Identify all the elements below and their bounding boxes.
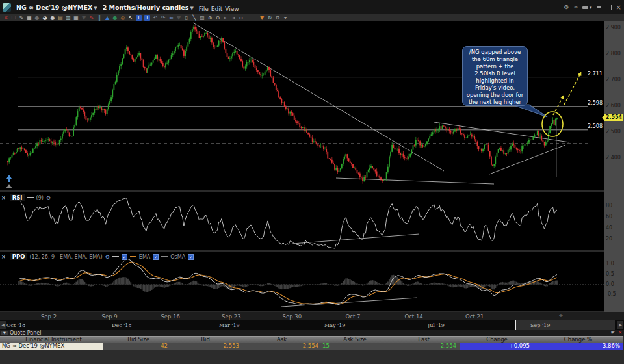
triangle-tool-icon[interactable]: ▲: [103, 15, 111, 21]
wrench-icon[interactable]: ⚙: [274, 15, 281, 21]
timeline-label: Sep '19: [530, 322, 550, 328]
tools-dropdown-icon[interactable]: ▾: [281, 15, 289, 21]
timeframe-selector[interactable]: 2 Months/Hourly candles▼: [103, 4, 194, 11]
price-tick: 2.800: [606, 51, 621, 57]
menu-file[interactable]: File: [199, 6, 209, 12]
link-icon[interactable]: ∞: [573, 5, 578, 10]
maximize-button[interactable]: [606, 5, 612, 10]
wrench-icon[interactable]: ⚙: [105, 254, 110, 260]
trading-app-window: NG ∞ Dec'19 @NYMEX▼ 2 Months/Hourly cand…: [0, 0, 624, 364]
scroll-right-button[interactable]: ▶: [618, 321, 623, 329]
timeline-scrollbar[interactable]: ◀ ▶ Oct '18Dec '18Mar '19May '19Jul '19S…: [0, 320, 624, 330]
image-icon[interactable]: ▥: [64, 15, 72, 21]
close-icon[interactable]: ×: [1, 195, 6, 201]
annotation-line: the next leg higher: [463, 99, 527, 106]
quote-column-header[interactable]: Bid Size: [127, 337, 150, 343]
close-icon[interactable]: ✕: [618, 330, 622, 336]
timeline-label: Dec '18: [112, 322, 132, 328]
price-axis[interactable]: 2.554 2.9002.8002.7002.6002.5002.4008060…: [604, 21, 624, 312]
time-axis[interactable]: ✛ Sep 2Sep 9Sep 16Sep 23Sep 30Oct 7Oct 1…: [0, 312, 624, 320]
pan-left-icon[interactable]: ↞: [222, 15, 229, 21]
quote-bid-size: 42: [107, 343, 168, 350]
annotation-line: the 60m triangle: [463, 56, 527, 63]
pattern-fill-icon[interactable]: ▨: [198, 15, 206, 21]
annotation-line: /NG gapped above: [463, 49, 527, 56]
bar-type-icon[interactable]: ‖: [96, 15, 103, 21]
ppo-checkbox[interactable]: ✓: [122, 254, 127, 260]
redo-icon[interactable]: ↷: [159, 15, 167, 21]
folder-icon[interactable]: ▤: [57, 15, 64, 21]
annotation-line: opening the door for: [463, 92, 527, 99]
chevron-down-icon: ▼: [190, 6, 193, 11]
ppo-tick: -0.5: [606, 291, 616, 297]
quote-column-header[interactable]: Last: [418, 337, 430, 343]
gear-icon[interactable]: ⚙: [564, 4, 569, 10]
quote-column-header[interactable]: Change: [486, 337, 508, 343]
quote-row[interactable]: NG ∞ Dec'19 @NYMEX 42 2.553 2.554 15 2.5…: [0, 343, 623, 350]
trendline-tool-icon[interactable]: ╲: [190, 15, 198, 21]
symbol-label: NG ∞ Dec'19 @NYMEX: [16, 4, 92, 11]
arrow-dropdown-icon[interactable]: ▼: [175, 15, 183, 21]
style-dropdown-icon[interactable]: ▼: [80, 15, 88, 21]
quote-column-header[interactable]: Ask: [277, 337, 287, 343]
alert-icon[interactable]: ☛: [611, 330, 615, 336]
zoom-in-icon[interactable]: ⊕: [206, 15, 214, 21]
text-note-icon[interactable]: T: [136, 15, 142, 21]
expand-horizontal-icon[interactable]: ↔: [237, 15, 245, 21]
ema-line-sample: [130, 256, 136, 257]
bubble-tool-icon[interactable]: ●: [111, 15, 119, 21]
collapse-button[interactable]: ▼: [1, 331, 8, 335]
studies-flask-icon[interactable]: ▼: [258, 15, 266, 21]
panel-icon[interactable]: ▯: [183, 15, 190, 21]
last-price-tag: 2.554: [604, 114, 623, 121]
menu-bar: FileEditView: [199, 1, 242, 14]
scroll-left-button[interactable]: ◀: [0, 321, 6, 329]
close-button[interactable]: ×: [616, 4, 621, 11]
quote-instrument[interactable]: NG ∞ Dec'19 @NYMEX: [0, 343, 103, 350]
undo-icon[interactable]: ↶: [151, 15, 159, 21]
annotation-callout[interactable]: /NG gapped abovethe 60m trianglepattern …: [462, 46, 528, 106]
marquee-select-icon[interactable]: ☐: [10, 15, 18, 21]
ppo-tick: 0.5: [606, 271, 614, 277]
brush-icon[interactable]: ✎: [18, 15, 25, 21]
callout-arrow-icon[interactable]: ⇦: [167, 15, 175, 21]
close-icon[interactable]: ×: [1, 254, 6, 260]
app-icon: [3, 3, 11, 12]
refresh-icon[interactable]: ↻: [266, 15, 274, 21]
annotation-line: 2.50ish R level: [463, 70, 527, 77]
pin-icon[interactable]: ▾: [582, 4, 592, 10]
grid-icon[interactable]: ▦: [25, 15, 33, 21]
text-note-2-icon[interactable]: T: [144, 15, 150, 21]
target-tool-icon[interactable]: ◎: [119, 15, 127, 21]
ema-checkbox[interactable]: ✓: [153, 254, 159, 260]
minimize-button[interactable]: [597, 6, 601, 8]
wrench-icon[interactable]: ⚙: [46, 195, 51, 201]
chart-area: 2.7112.5982.508 2.554 2.9002.8002.7002.6…: [0, 21, 624, 312]
quote-panel-title: Quote Panel: [10, 330, 41, 336]
close-drawing-icon[interactable]: ✕: [2, 15, 10, 21]
quote-column-header[interactable]: Bid: [201, 337, 210, 343]
circle-icon[interactable]: ●: [49, 15, 57, 21]
symbol-selector[interactable]: NG ∞ Dec'19 @NYMEX▼: [16, 4, 98, 11]
quote-column-header[interactable]: Financial Instrument: [25, 337, 82, 343]
quote-column-header[interactable]: Change %: [564, 337, 592, 343]
stamp-icon[interactable]: ●: [33, 15, 41, 21]
menu-view[interactable]: View: [225, 6, 239, 12]
rsi-chart[interactable]: [0, 192, 604, 250]
draw-pencil-icon[interactable]: ✎: [88, 15, 96, 21]
zoom-out-icon[interactable]: ⊖: [214, 15, 222, 21]
menu-edit[interactable]: Edit: [211, 6, 222, 12]
price-tick: 2.700: [606, 77, 621, 83]
x-axis-label: Sep 2: [41, 313, 57, 320]
x-axis-label: Sep 16: [161, 313, 180, 320]
ppo-chart[interactable]: [0, 252, 604, 311]
layout-grid-icon[interactable]: ▦: [72, 15, 80, 21]
half-circle-icon[interactable]: ◕: [41, 15, 49, 21]
cursor-tool-icon[interactable]: ↖: [127, 15, 135, 21]
annotation-line: Friday's video,: [463, 84, 527, 92]
osma-checkbox[interactable]: ✓: [188, 254, 194, 260]
pan-right-icon[interactable]: ↠: [229, 15, 237, 21]
quote-column-header[interactable]: Ask Size: [343, 337, 366, 343]
quote-panel: ▼ Quote Panel ☛ ✕ Financial InstrumentBi…: [0, 330, 624, 364]
price-tick: 2.600: [606, 103, 621, 109]
